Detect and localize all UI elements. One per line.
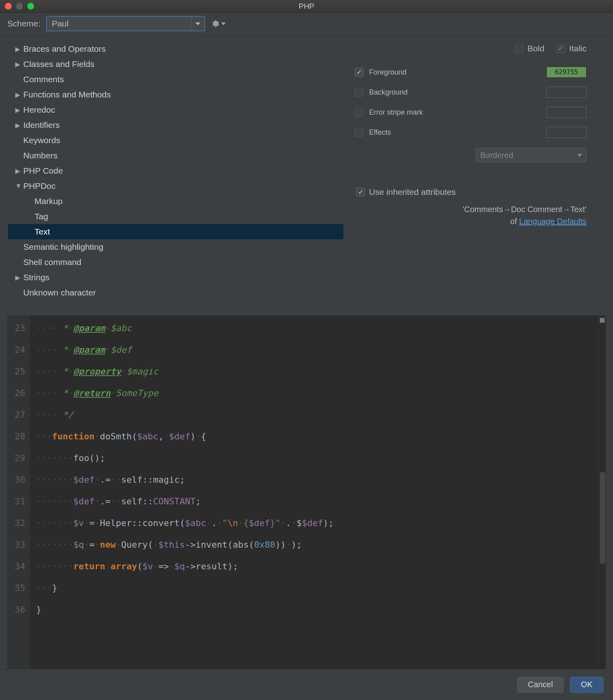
tree-item-label: Unknown character <box>23 288 96 297</box>
errorstripe-color-swatch[interactable] <box>546 107 587 118</box>
chevron-right-icon: ▶ <box>15 106 23 114</box>
tree-item-semantic-highlighting[interactable]: Semantic highlighting <box>8 239 343 255</box>
tree-item-label: Strings <box>23 273 49 282</box>
tree-item-text[interactable]: Text <box>8 224 343 239</box>
italic-label: Italic <box>569 44 587 53</box>
tree-item-heredoc[interactable]: ▶Heredoc <box>8 102 343 117</box>
preview-editor: 2324252627282930313233343536 ···· *·@par… <box>7 316 606 669</box>
line-number: 23 <box>7 317 29 339</box>
tree-item-label: Tag <box>35 212 48 221</box>
chevron-down-icon <box>577 154 582 157</box>
tree-item-classes-and-fields[interactable]: ▶Classes and Fields <box>8 57 343 72</box>
divider <box>0 36 613 36</box>
chevron-right-icon: ▶ <box>15 61 23 68</box>
close-window-icon[interactable] <box>5 3 12 10</box>
line-number: 35 <box>7 577 29 599</box>
line-number: 33 <box>7 534 29 555</box>
inherit-path-text: 'Comments→Doc Comment→Text' <box>463 205 587 214</box>
scheme-combo[interactable] <box>46 16 205 31</box>
tree-item-label: Comments <box>23 75 64 84</box>
window-controls <box>5 3 34 10</box>
code-line: ···} <box>36 577 592 599</box>
tree-item-numbers[interactable]: Numbers <box>8 148 343 163</box>
italic-checkbox[interactable] <box>556 44 565 53</box>
code-line: ···· *·@return·SomeType <box>36 382 592 404</box>
code-line: ···· *·@property·$magic <box>36 360 592 382</box>
attribute-properties: Bold Italic Foreground 629755 Background… <box>355 41 605 310</box>
scheme-input[interactable] <box>47 19 191 28</box>
scrollbar-thumb[interactable] <box>600 472 605 564</box>
code-line: ·······$q·=·new·Query(·$this->invent(abs… <box>36 534 592 555</box>
inherit-link[interactable]: Language Defaults <box>519 217 587 226</box>
background-color-swatch[interactable] <box>546 87 587 98</box>
foreground-checkbox[interactable] <box>355 68 363 77</box>
background-label: Background <box>369 88 408 97</box>
code-area[interactable]: ···· *·@param·$abc···· *·@param·$def····… <box>30 316 598 669</box>
tree-item-php-code[interactable]: ▶PHP Code <box>8 163 343 178</box>
maximize-window-icon[interactable] <box>27 3 34 10</box>
tree-item-braces-and-operators[interactable]: ▶Braces and Operators <box>8 41 343 57</box>
effects-checkbox[interactable] <box>355 128 363 137</box>
tree-item-label: Numbers <box>23 151 57 160</box>
code-line: ·······foo(); <box>36 447 592 469</box>
tree-item-keywords[interactable]: Keywords <box>8 133 343 148</box>
code-line: ···· *·@param·$abc <box>36 317 592 339</box>
tree-item-label: Braces and Operators <box>23 44 106 54</box>
ok-button[interactable]: OK <box>570 677 603 693</box>
stripe-marker <box>600 318 605 323</box>
bold-checkbox[interactable] <box>515 44 524 53</box>
tree-item-identifiers[interactable]: ▶Identifiers <box>8 117 343 133</box>
tree-item-unknown-character[interactable]: Unknown character <box>8 285 343 300</box>
tree-item-markup[interactable]: Markup <box>8 194 343 209</box>
tree-item-strings[interactable]: ▶Strings <box>8 270 343 285</box>
code-line: ·······$def·.=··self::magic; <box>36 469 592 490</box>
code-line: ·······$v·=·Helper::convert($abc·.·"\n·{… <box>36 512 592 534</box>
tree-item-phpdoc[interactable]: ▼PHPDoc <box>8 178 343 194</box>
splitter-handle[interactable]: :::::: <box>0 310 613 316</box>
line-number: 36 <box>7 599 29 620</box>
attributes-tree: ▶Braces and Operators▶Classes and Fields… <box>8 41 343 310</box>
inherit-checkbox[interactable] <box>356 188 365 196</box>
code-line: ···function·doSmth($abc,·$def)·{ <box>36 425 592 447</box>
scheme-label: Scheme: <box>7 19 41 28</box>
window-title: PHP <box>298 2 314 11</box>
tree-item-functions-and-methods[interactable]: ▶Functions and Methods <box>8 87 343 102</box>
dialog-footer: Cancel OK <box>0 669 613 700</box>
errorstripe-checkbox[interactable] <box>355 108 363 117</box>
line-number: 27 <box>7 404 29 425</box>
tree-item-shell-command[interactable]: Shell command <box>8 255 343 270</box>
tree-item-label: Markup <box>35 196 63 206</box>
code-line: ···· */ <box>36 404 592 425</box>
errorstripe-label: Error stripe mark <box>369 108 423 117</box>
chevron-down-icon: ▼ <box>15 182 23 190</box>
foreground-color-swatch[interactable]: 629755 <box>546 67 587 78</box>
scheme-actions-button[interactable] <box>211 19 226 28</box>
effects-type-combo[interactable]: Bordered <box>476 148 587 162</box>
code-line: ·······$def·.=··self::CONSTANT; <box>36 490 592 512</box>
tree-item-tag[interactable]: Tag <box>8 209 343 224</box>
chevron-right-icon: ▶ <box>15 167 23 175</box>
chevron-right-icon: ▶ <box>15 274 23 281</box>
tree-item-label: Identifiers <box>23 120 60 130</box>
background-checkbox[interactable] <box>355 88 363 97</box>
line-number: 30 <box>7 469 29 490</box>
chevron-right-icon: ▶ <box>15 45 23 53</box>
effects-type-value: Bordered <box>480 151 513 160</box>
line-number: 34 <box>7 555 29 577</box>
tree-item-label: PHP Code <box>23 166 63 176</box>
cancel-button[interactable]: Cancel <box>517 677 564 693</box>
chevron-down-icon <box>221 22 226 25</box>
gutter: 2324252627282930313233343536 <box>7 316 30 669</box>
chevron-down-icon <box>195 22 200 25</box>
titlebar: PHP <box>0 0 613 13</box>
tree-item-label: Keywords <box>23 136 60 145</box>
effects-color-swatch[interactable] <box>546 127 587 138</box>
scheme-dropdown-button[interactable] <box>191 17 204 30</box>
tree-item-label: Semantic highlighting <box>23 242 104 252</box>
tree-item-comments[interactable]: Comments <box>8 72 343 87</box>
code-line: ···· *·@param·$def <box>36 339 592 360</box>
effects-label: Effects <box>369 128 391 137</box>
inherit-path: 'Comments→Doc Comment→Text' of Language … <box>355 203 605 227</box>
error-stripe[interactable] <box>599 316 606 669</box>
line-number: 26 <box>7 382 29 404</box>
